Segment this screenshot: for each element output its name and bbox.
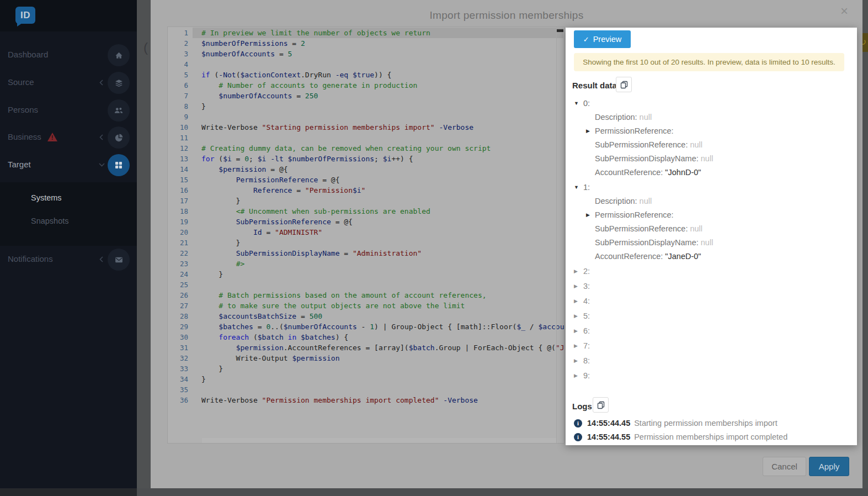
close-icon[interactable]: × <box>840 4 848 18</box>
cancel-button[interactable]: Cancel <box>763 457 806 476</box>
code-line[interactable]: $numberOfAccounts = 250 <box>201 91 564 101</box>
code-line[interactable]: PermissionReference = @{ <box>201 175 564 185</box>
result-tree-row[interactable]: ▶7: <box>566 339 853 353</box>
grid-icon[interactable] <box>108 154 130 176</box>
sidebar-item-notifications[interactable]: Notifications <box>0 247 137 272</box>
expand-icon[interactable]: ▶ <box>586 124 590 138</box>
code-line[interactable]: #> <box>201 258 564 269</box>
code-line[interactable]: $numberOfPermissions = 2 <box>201 38 564 49</box>
code-line[interactable]: # Creating dummy data, can be removed wh… <box>201 143 564 154</box>
result-tree-row[interactable]: ▶3: <box>566 279 853 293</box>
code-line[interactable]: # Batch permissions based on the amount … <box>201 290 564 300</box>
pie-chart-icon[interactable] <box>108 126 130 149</box>
collapse-icon[interactable]: ▼ <box>574 97 579 110</box>
code-line[interactable]: } <box>201 374 564 384</box>
result-tree-leaf[interactable]: ▶PermissionReference: <box>566 208 853 222</box>
code-line[interactable]: $numberOfAccounts = 5 <box>201 49 564 59</box>
code-line[interactable]: Write-Verbose "Starting permission membe… <box>201 122 564 133</box>
expand-icon[interactable]: ▶ <box>574 265 578 278</box>
code-line[interactable]: } <box>201 196 564 206</box>
result-tree-row[interactable]: ▼0: <box>566 97 853 110</box>
expand-icon[interactable]: ▶ <box>574 324 578 338</box>
sidebar-item-persons[interactable]: Persons <box>0 98 137 123</box>
sidebar-subitem-snapshots[interactable]: Snapshots <box>31 217 69 225</box>
script-code-editor[interactable]: 1234567891011121314151617181920212223242… <box>167 27 565 444</box>
code-line[interactable] <box>201 279 564 290</box>
line-number: 36 <box>168 395 201 405</box>
layers-icon[interactable] <box>108 72 130 94</box>
code-line[interactable] <box>201 133 564 143</box>
code-line[interactable]: $permission = @{ <box>201 164 564 175</box>
result-tree-row[interactable]: ▶9: <box>566 369 853 383</box>
sidebar-item-label: Persons <box>8 105 38 114</box>
sidebar-item-source[interactable]: Source <box>0 71 137 95</box>
code-line[interactable] <box>201 59 564 70</box>
apply-button[interactable]: Apply <box>809 457 849 476</box>
result-tree-row[interactable]: ▶6: <box>566 324 853 338</box>
line-number: 30 <box>168 332 201 342</box>
expand-icon[interactable]: ▶ <box>574 354 578 368</box>
code-line[interactable]: Id = "ADMINISTR" <box>201 227 564 238</box>
code-line[interactable]: } <box>201 101 564 112</box>
code-line[interactable]: } <box>201 238 564 248</box>
code-line[interactable]: SubPermissionReference = @{ <box>201 217 564 227</box>
code-line[interactable]: <# Uncomment when sub-permissions are en… <box>201 206 564 217</box>
expand-icon[interactable]: ▶ <box>574 279 578 293</box>
app-logo[interactable]: ID <box>15 7 35 24</box>
tree-value: null <box>640 113 652 122</box>
copy-result-button[interactable] <box>616 77 632 92</box>
code-line[interactable]: $permission.AccountReferences = [array](… <box>201 342 564 353</box>
editor-scrollbar-thumb[interactable] <box>557 29 563 32</box>
code-line[interactable]: SubPermissionDisplayName = "Administrati… <box>201 248 564 258</box>
code-line[interactable]: } <box>201 269 564 279</box>
result-tree-row[interactable]: ▶4: <box>566 294 853 308</box>
result-tree-row[interactable]: ▶2: <box>566 265 853 278</box>
editor-code-area[interactable]: # In preview we limit the number of obje… <box>201 28 564 405</box>
collapse-icon[interactable]: ▼ <box>574 181 579 194</box>
result-tree-row[interactable]: ▶5: <box>566 309 853 323</box>
expand-icon[interactable]: ▶ <box>586 208 590 222</box>
log-entry: i14:55:44.45Starting permission membersh… <box>574 418 778 428</box>
code-line[interactable]: if (-Not($actionContext.DryRun -eq $true… <box>201 70 564 80</box>
code-line[interactable]: # In preview we limit the number of obje… <box>201 28 564 38</box>
code-line[interactable]: # Number of accounts to generate in prod… <box>201 80 564 91</box>
code-line[interactable]: $batches = 0..($numberOfAccounts - 1) | … <box>201 321 564 332</box>
expand-icon[interactable]: ▶ <box>574 369 578 383</box>
code-line[interactable]: Reference = "Permission$i" <box>201 185 564 196</box>
code-line[interactable]: $accountsBatchSize = 500 <box>201 311 564 321</box>
preview-button[interactable]: ✓ Preview <box>574 30 631 48</box>
code-line[interactable]: Write-Output $permission <box>201 353 564 363</box>
editor-scrollbar[interactable] <box>556 27 564 443</box>
expand-icon[interactable]: ▶ <box>574 309 578 323</box>
sidebar-subitem-systems[interactable]: Systems <box>31 193 62 202</box>
code-line[interactable]: for ($i = 0; $i -lt $numberOfPermissions… <box>201 154 564 164</box>
code-line[interactable]: Write-Verbose "Permission memberships im… <box>201 395 564 405</box>
code-line[interactable]: } <box>201 363 564 374</box>
chevron-left-icon <box>98 256 105 263</box>
line-number: 19 <box>168 217 201 227</box>
sidebar-item-dashboard[interactable]: Dashboard <box>0 43 137 67</box>
sidebar-item-target[interactable]: Target <box>0 153 137 177</box>
logs-section: Logs i14:55:44.45Starting permission mem… <box>566 414 857 424</box>
code-line[interactable] <box>201 112 564 122</box>
code-line[interactable]: # to make sure the output objects are no… <box>201 300 564 311</box>
line-number: 11 <box>168 133 201 143</box>
sidebar-item-business[interactable]: Business ! <box>0 125 137 150</box>
tree-key: PermissionReference: <box>595 124 674 138</box>
users-icon[interactable] <box>108 99 130 122</box>
sidebar-item-label: Source <box>8 77 34 87</box>
code-line[interactable] <box>201 384 564 395</box>
tree-value: null <box>701 154 713 163</box>
expand-icon[interactable]: ▶ <box>574 339 578 353</box>
editor-horizontal-scrollbar[interactable] <box>202 438 556 443</box>
result-data-tree: ▼0:Description: null▶PermissionReference… <box>566 96 853 383</box>
envelope-icon[interactable] <box>108 249 130 271</box>
result-tree-leaf[interactable]: ▶PermissionReference: <box>566 124 853 138</box>
code-line[interactable]: foreach ($batch in $batches) { <box>201 332 564 342</box>
result-tree-row[interactable]: ▼1: <box>566 181 853 194</box>
home-icon[interactable] <box>108 44 130 66</box>
expand-icon[interactable]: ▶ <box>574 294 578 308</box>
background-page-fragment: ( <box>143 40 148 55</box>
result-tree-row[interactable]: ▶8: <box>566 354 853 368</box>
copy-logs-button[interactable] <box>593 397 609 413</box>
